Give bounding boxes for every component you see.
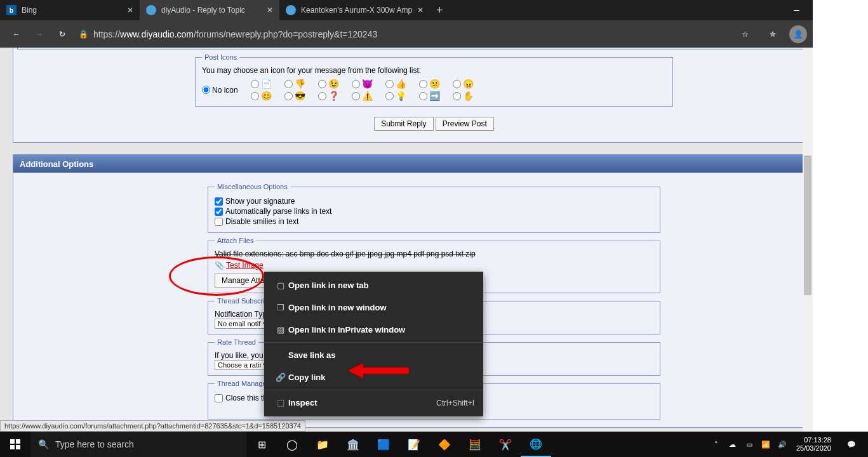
icon-option[interactable]: 👍 — [385, 79, 406, 89]
favorites-icon[interactable]: ✮ — [761, 23, 784, 46]
battery-icon[interactable]: ▭ — [743, 440, 756, 449]
icon-option[interactable]: ❓ — [318, 91, 339, 101]
task-view-button[interactable]: ⊞ — [246, 432, 277, 457]
icon-option[interactable]: 👎 — [284, 79, 305, 89]
auto-parse-checkbox[interactable] — [215, 208, 223, 216]
post-icons-legend: Post Icons — [202, 53, 239, 61]
ctx-separator — [264, 342, 483, 343]
diyaudio-favicon — [286, 5, 296, 15]
status-bar: https://www.diyaudio.com/forums/attachme… — [0, 420, 305, 432]
close-icon[interactable]: ✕ — [267, 6, 273, 15]
test-image-link[interactable]: Test Image — [226, 261, 264, 270]
svg-rect-3 — [10, 445, 15, 449]
svg-rect-2 — [16, 439, 20, 444]
post-icons-intro: You may choose an icon for your message … — [202, 66, 666, 75]
inspect-icon: ⬚ — [273, 398, 288, 407]
app-icon[interactable]: 🔶 — [429, 432, 460, 457]
ctx-open-new-window[interactable]: ❐ Open link in new window — [264, 296, 483, 319]
icon-option[interactable]: 😎 — [284, 91, 305, 101]
tab-bing[interactable]: b Bing ✕ — [0, 0, 140, 20]
preview-post-button[interactable]: Preview Post — [436, 117, 494, 131]
icon-option[interactable]: 😊 — [251, 91, 272, 101]
tray-chevron-icon[interactable]: ˄ — [710, 440, 723, 449]
new-tab-icon: ▢ — [273, 281, 288, 290]
new-window-icon: ❐ — [273, 303, 288, 312]
taskbar: 🔍 Type here to search ⊞ ◯ 📁 🏛️ 🟦 📝 🔶 🧮 ✂… — [0, 432, 868, 457]
close-thread-checkbox[interactable] — [215, 394, 223, 402]
app-icon[interactable]: 🟦 — [368, 432, 399, 457]
refresh-button[interactable]: ↻ — [51, 23, 74, 46]
page-scrollbar[interactable] — [803, 48, 813, 432]
tab-label: diyAudio - Reply to Topic — [161, 6, 262, 15]
favorite-star-icon[interactable]: ☆ — [733, 23, 756, 46]
icon-option[interactable]: 😉 — [318, 79, 339, 89]
ctx-open-new-tab[interactable]: ▢ Open link in new tab — [264, 274, 483, 296]
ctx-inspect[interactable]: ⬚ Inspect Ctrl+Shift+I — [264, 392, 483, 414]
url-text[interactable]: https://www.diyaudio.com/forums/newreply… — [93, 29, 733, 39]
wifi-icon[interactable]: 📶 — [759, 440, 772, 449]
system-tray: ˄ ☁ ▭ 📶 🔊 07:13:28 25/03/2020 💬 — [710, 432, 868, 457]
icon-option[interactable]: 😠 — [453, 79, 474, 89]
app-icon[interactable]: 📝 — [399, 432, 429, 457]
icon-option[interactable]: ✋ — [453, 91, 474, 101]
start-button[interactable] — [0, 432, 30, 457]
tab-label: Bing — [22, 6, 122, 15]
app-icon[interactable]: 🏛️ — [338, 432, 368, 457]
diyaudio-favicon — [146, 5, 156, 15]
disable-smilies-checkbox[interactable] — [215, 218, 223, 226]
close-icon[interactable]: ✕ — [127, 6, 133, 15]
edge-browser-icon[interactable]: 🌐 — [521, 432, 551, 457]
profile-avatar[interactable]: 👤 — [789, 25, 807, 43]
blank-area — [813, 0, 868, 432]
additional-options-header: Additional Options ▲ — [13, 155, 855, 173]
file-explorer-icon[interactable]: 📁 — [307, 432, 338, 457]
icon-option[interactable]: 💡 — [385, 91, 406, 101]
post-icons-fieldset: Post Icons You may choose an icon for yo… — [195, 53, 673, 107]
ctx-save-link-as[interactable]: Save link as — [264, 344, 483, 366]
icon-option[interactable]: 😈 — [352, 79, 373, 89]
browser-chrome: b Bing ✕ diyAudio - Reply to Topic ✕ Kea… — [0, 0, 868, 48]
valid-extensions: Valid file extensions: asc bmp doc dxo g… — [215, 249, 653, 258]
tab-label: Keantoken's Aurum-X 300w Amp — [301, 6, 412, 15]
search-placeholder: Type here to search — [55, 439, 134, 449]
notification-type-select[interactable]: No email notific — [215, 319, 272, 329]
attach-legend: Attach Files — [215, 237, 256, 244]
volume-icon[interactable]: 🔊 — [776, 440, 789, 449]
icon-option[interactable]: ⚠️ — [352, 91, 373, 101]
lock-icon[interactable]: 🔒 — [79, 30, 88, 39]
rate-select[interactable]: Choose a rating — [215, 360, 272, 370]
calculator-icon[interactable]: 🧮 — [460, 432, 490, 457]
bing-favicon: b — [6, 5, 17, 15]
clock[interactable]: 07:13:28 25/03/2020 — [792, 436, 835, 453]
svg-rect-1 — [10, 439, 15, 444]
minimize-button[interactable]: ─ — [782, 0, 811, 20]
tab-bar: b Bing ✕ diyAudio - Reply to Topic ✕ Kea… — [0, 0, 868, 20]
onedrive-icon[interactable]: ☁ — [726, 440, 739, 449]
no-icon-option[interactable]: No icon — [202, 86, 238, 95]
show-signature-checkbox[interactable] — [215, 197, 223, 206]
icon-option[interactable]: ➡️ — [419, 91, 440, 101]
misc-legend: Miscellaneous Options — [215, 183, 290, 190]
ctx-copy-link[interactable]: 🔗 Copy link — [264, 366, 483, 388]
icon-option[interactable]: 📄 — [251, 79, 272, 89]
search-icon: 🔍 — [38, 439, 49, 449]
address-bar: ← → ↻ 🔒 https://www.diyaudio.com/forums/… — [0, 20, 868, 48]
ctx-open-inprivate[interactable]: ▨ Open link in InPrivate window — [264, 319, 483, 341]
close-icon[interactable]: ✕ — [417, 6, 424, 15]
notifications-button[interactable]: 💬 — [839, 432, 864, 457]
icon-option[interactable]: 😕 — [419, 79, 440, 89]
snipping-tool-icon[interactable]: ✂️ — [490, 432, 521, 457]
new-tab-button[interactable]: + — [430, 4, 450, 17]
rate-legend: Rate Thread — [215, 338, 258, 346]
inprivate-icon: ▨ — [273, 325, 288, 334]
ctx-separator — [264, 390, 483, 390]
tab-keantoken[interactable]: Keantoken's Aurum-X 300w Amp ✕ — [279, 0, 430, 20]
post-panel: Post Icons You may choose an icon for yo… — [13, 48, 855, 143]
back-button[interactable]: ← — [5, 23, 28, 46]
submit-reply-button[interactable]: Submit Reply — [374, 117, 433, 131]
taskbar-search[interactable]: 🔍 Type here to search — [30, 432, 246, 457]
tab-diyaudio-reply[interactable]: diyAudio - Reply to Topic ✕ — [140, 0, 279, 20]
misc-options-fieldset: Miscellaneous Options Show your signatur… — [208, 183, 660, 233]
cortana-icon[interactable]: ◯ — [277, 432, 307, 457]
forward-button[interactable]: → — [28, 23, 51, 46]
